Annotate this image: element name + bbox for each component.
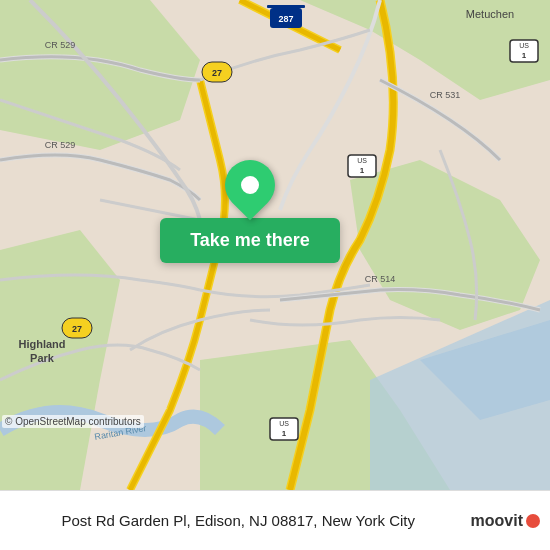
address-text: Post Rd Garden Pl, Edison, NJ 08817, New… bbox=[6, 512, 471, 529]
svg-text:287: 287 bbox=[278, 14, 293, 24]
svg-text:1: 1 bbox=[282, 429, 287, 438]
svg-text:27: 27 bbox=[212, 68, 222, 78]
osm-attribution: © OpenStreetMap contributors bbox=[2, 415, 144, 428]
bottom-bar: Post Rd Garden Pl, Edison, NJ 08817, New… bbox=[0, 490, 550, 550]
svg-rect-13 bbox=[267, 5, 305, 8]
moovit-logo: moovit bbox=[471, 512, 540, 530]
map-container: 287 27 27 US 1 US 1 US 1 US 1 CR 529 CR … bbox=[0, 0, 550, 490]
svg-text:US: US bbox=[279, 420, 289, 427]
take-me-there-button[interactable]: Take me there bbox=[160, 218, 340, 263]
svg-text:1: 1 bbox=[360, 166, 365, 175]
svg-text:Highland: Highland bbox=[18, 338, 65, 350]
svg-text:1: 1 bbox=[522, 51, 527, 60]
svg-text:27: 27 bbox=[72, 324, 82, 334]
moovit-text: moovit bbox=[471, 512, 523, 530]
action-button-container: Take me there bbox=[140, 160, 360, 263]
svg-text:CR 529: CR 529 bbox=[45, 40, 76, 50]
svg-text:US: US bbox=[519, 42, 529, 49]
svg-text:Park: Park bbox=[30, 352, 55, 364]
svg-text:Metuchen: Metuchen bbox=[466, 8, 514, 20]
moovit-dot-icon bbox=[526, 514, 540, 528]
svg-text:CR 531: CR 531 bbox=[430, 90, 461, 100]
svg-text:CR 514: CR 514 bbox=[365, 274, 396, 284]
svg-text:CR 529: CR 529 bbox=[45, 140, 76, 150]
location-pin-icon bbox=[215, 150, 286, 221]
